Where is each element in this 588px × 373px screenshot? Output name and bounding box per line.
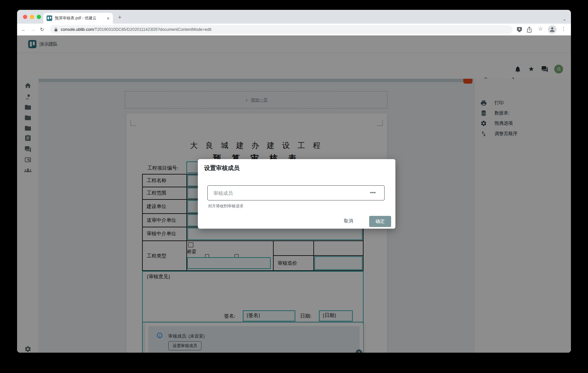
tab-search-chevron-icon[interactable]: ⌄ xyxy=(562,16,566,22)
back-button[interactable]: ← xyxy=(20,26,28,33)
modal-title: 设置审核成员 xyxy=(204,164,240,172)
browser-window: 预算审核表.pdf - 优建云 × + ⌄ ← → ↻ console.ubli… xyxy=(17,10,571,353)
url-domain: console.ublib.com xyxy=(61,27,94,32)
tab-close-icon[interactable]: × xyxy=(107,15,110,21)
browser-profile-avatar[interactable] xyxy=(548,25,556,34)
tab-strip: 预算审核表.pdf - 优建云 × + ⌄ xyxy=(17,10,571,24)
traffic-zoom-button[interactable] xyxy=(37,15,41,19)
install-app-icon[interactable] xyxy=(516,26,523,33)
traffic-minimize-button[interactable] xyxy=(30,15,34,19)
browser-toolbar: ← → ↻ console.ublib.com/T20190310DC85/D2… xyxy=(17,24,571,35)
tab-title: 预算审核表.pdf - 优建云 xyxy=(55,15,105,21)
forward-button[interactable]: → xyxy=(29,26,37,33)
traffic-close-button[interactable] xyxy=(23,15,27,19)
url-path: /T20190310DC85/D2020111423D5?documentCon… xyxy=(94,27,211,32)
reload-button[interactable]: ↻ xyxy=(38,26,46,33)
ublib-favicon xyxy=(47,15,52,21)
browser-menu-icon[interactable]: ⋮ xyxy=(561,26,566,32)
bookmark-star-icon[interactable]: ☆ xyxy=(536,25,544,33)
confirm-button[interactable]: 确定 xyxy=(369,216,391,227)
lock-icon xyxy=(54,28,58,32)
cancel-button[interactable]: 取消 xyxy=(344,218,353,224)
modal-helper-text: 对方将收到审核请求 xyxy=(208,203,243,209)
set-reviewer-modal: 设置审核成员 ••• 对方将收到审核请求 取消 确定 xyxy=(198,159,395,229)
new-tab-button[interactable]: + xyxy=(116,14,124,21)
address-bar[interactable]: console.ublib.com/T20190310DC85/D2020111… xyxy=(50,25,513,34)
share-icon[interactable] xyxy=(526,26,533,33)
screenshot-stage: 预算审核表.pdf - 优建云 × + ⌄ ← → ↻ console.ubli… xyxy=(0,0,588,373)
url-text: console.ublib.com/T20190310DC85/D2020111… xyxy=(61,27,211,32)
picker-dots-icon[interactable]: ••• xyxy=(370,190,376,195)
active-tab[interactable]: 预算审核表.pdf - 优建云 × xyxy=(43,13,113,24)
reviewer-input[interactable] xyxy=(207,185,385,200)
